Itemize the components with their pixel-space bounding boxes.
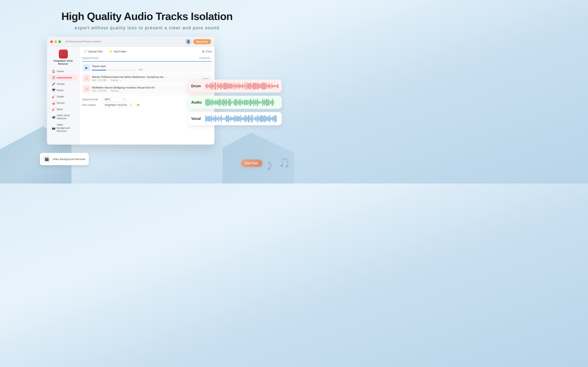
- piano-icon: 🎹: [52, 89, 55, 92]
- waveform-bar: [219, 84, 220, 88]
- waveform-bar: [263, 100, 264, 105]
- waveform-bar: [270, 117, 271, 120]
- waveform-bar: [208, 85, 209, 87]
- waveform-bar: [206, 100, 207, 105]
- waveform-bar: [212, 117, 212, 120]
- location-value: Kingshiper Vocal Re...: [105, 104, 129, 106]
- waveform-bar: [205, 99, 206, 106]
- add-folder-label: Add Folder: [113, 50, 127, 53]
- waveform-bar: [242, 100, 243, 105]
- format-select[interactable]: MP3 ▾: [103, 97, 127, 102]
- page-title: High Quality Audio Tracks Isolation: [0, 10, 294, 22]
- vocals-icon: 🎤: [52, 82, 55, 86]
- sidebar-label-piano: Piano: [57, 89, 63, 92]
- waveform-bar: [264, 82, 265, 90]
- waveform-bar: [269, 116, 269, 121]
- title-bar-right: 👤 Buy Now: [185, 39, 211, 44]
- waveform-bar: [277, 84, 278, 88]
- waveform-bar: [253, 118, 254, 119]
- waveform-bar: [258, 100, 258, 105]
- waveform-bar: [235, 115, 235, 122]
- waveform-bar: [228, 115, 229, 123]
- sidebar: 🎵 Kingshiper Vocal Remover 🏠 Home 🎵 Inst…: [47, 47, 80, 145]
- waveform-bar: [250, 82, 251, 90]
- waveform-bar: [227, 101, 228, 103]
- waveform-bar: [209, 84, 210, 88]
- waveform-bar: [236, 83, 236, 89]
- waveform-bar: [205, 85, 206, 87]
- waveform-bar: [235, 85, 235, 87]
- waveform-cards: Drum Audio Vocal: [188, 80, 282, 125]
- folder-open-icon[interactable]: 📂: [137, 103, 140, 107]
- waveform-bar: [213, 100, 213, 105]
- waveform-bar: [229, 117, 230, 120]
- waveform-bar: [253, 83, 254, 89]
- waveform-bar: [255, 83, 256, 90]
- progress-bar-1: [92, 70, 137, 71]
- waveform-bar: [208, 116, 209, 122]
- upload-files-label: Upload Files: [88, 50, 103, 53]
- waveform-bar: [255, 99, 256, 106]
- waveform-bar: [253, 99, 254, 106]
- add-folder-button[interactable]: 📁 Add Folder: [108, 49, 128, 54]
- waveform-bar: [236, 117, 236, 121]
- waveform-bar: [218, 84, 219, 88]
- waveform-bar: [250, 116, 250, 122]
- waveform-bar: [256, 117, 256, 120]
- waveform-bar: [217, 82, 218, 90]
- waveform-bar: [213, 117, 213, 120]
- waveform-bar: [248, 116, 248, 122]
- buy-now-button[interactable]: Buy Now: [193, 39, 211, 44]
- folder-icon: 📁: [109, 50, 112, 53]
- audio-label: Audio: [191, 100, 203, 105]
- waveform-bar: [205, 115, 206, 122]
- waveform-bar: [230, 83, 231, 89]
- sidebar-item-home[interactable]: 🏠 Home: [49, 68, 78, 75]
- waveform-bar: [254, 101, 255, 104]
- waveform-bar: [214, 85, 214, 87]
- location-select[interactable]: Kingshiper Vocal Re... ▾: [103, 103, 134, 107]
- home-icon: 🏠: [52, 70, 55, 73]
- sidebar-item-video-bg-remover[interactable]: 📷 Video BackgroundRemover: [49, 122, 78, 134]
- waveform-bar: [268, 84, 268, 88]
- sidebar-item-instruments[interactable]: 🎵 Instruments: [49, 75, 78, 81]
- sidebar-item-video-vocal-remover[interactable]: 📹 Video VocalRemover: [49, 113, 78, 122]
- waveform-bar: [237, 116, 237, 121]
- waveform-bar: [228, 100, 229, 105]
- waveform-bar: [259, 117, 259, 120]
- minimize-button[interactable]: [54, 40, 57, 43]
- waveform-bar: [213, 83, 213, 89]
- bass-icon: 🎸: [52, 108, 55, 111]
- sidebar-item-bass[interactable]: 🎸 Bass: [49, 106, 78, 112]
- sidebar-item-vocals[interactable]: 🎤 Vocals: [49, 81, 78, 87]
- close-button[interactable]: [50, 40, 53, 43]
- title-bar-label: AI Powered and Precise Isolation: [65, 40, 101, 43]
- file-meta-2: Size: 4.53 MB Waiting......: [92, 79, 199, 81]
- end-task-button[interactable]: End Task: [241, 159, 262, 167]
- waveform-bar: [252, 115, 253, 122]
- waveform-bar: [237, 99, 237, 106]
- sidebar-item-piano[interactable]: 🎹 Piano: [49, 87, 78, 93]
- waveform-bar: [265, 83, 266, 89]
- waveform-bar: [227, 116, 228, 122]
- sidebar-item-guitar[interactable]: 🎸 Guitar: [49, 94, 78, 100]
- file-name-1: Titanic.mp4: [92, 65, 211, 68]
- waveform-bar: [222, 85, 223, 87]
- waveform-bar: [234, 100, 234, 105]
- clear-button[interactable]: 🗑 Clear: [202, 50, 212, 53]
- waveform-bar: [226, 99, 227, 105]
- waveform-bar: [261, 83, 262, 89]
- waveform-bar: [231, 101, 232, 104]
- user-avatar[interactable]: 👤: [185, 39, 191, 44]
- upload-files-button[interactable]: 📄 Upload Files: [82, 49, 104, 54]
- waveform-bar: [274, 115, 275, 123]
- waveform-bar: [223, 117, 223, 120]
- sidebar-item-drums[interactable]: 🥁 Drums: [49, 100, 78, 106]
- waveform-bar: [220, 117, 221, 121]
- maximize-button[interactable]: [58, 40, 61, 43]
- waveform-bar: [209, 100, 210, 105]
- waveform-bar: [252, 83, 253, 89]
- waveform-bar: [270, 85, 271, 87]
- waveform-bar: [246, 115, 246, 122]
- waveform-bar: [232, 117, 233, 120]
